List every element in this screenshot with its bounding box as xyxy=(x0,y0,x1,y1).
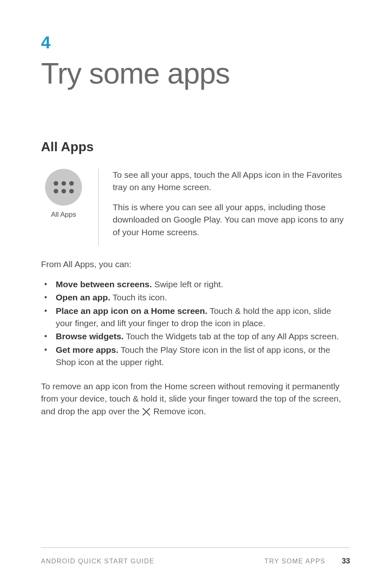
list-item: Get more apps. Touch the Play Store icon… xyxy=(41,344,350,369)
remove-paragraph: To remove an app icon from the Home scre… xyxy=(41,380,350,418)
list-item-strong: Place an app icon on a Home screen. xyxy=(56,306,207,316)
section-title: All Apps xyxy=(41,139,350,154)
intro-paragraph-1: To see all your apps, touch the All Apps… xyxy=(113,169,350,194)
bullet-list: Move between screens. Swipe left or righ… xyxy=(41,278,350,369)
list-item-text: Touch its icon. xyxy=(110,293,167,302)
list-item-strong: Open an app. xyxy=(56,293,110,302)
intro-text: To see all your apps, touch the All Apps… xyxy=(111,169,350,246)
all-apps-icon-label: All Apps xyxy=(51,211,76,219)
page-number: 33 xyxy=(342,557,350,565)
icon-intro-block: All Apps To see all your apps, touch the… xyxy=(41,169,350,246)
dot xyxy=(54,189,58,193)
footer-rule xyxy=(41,547,350,548)
list-item: Browse widgets. Touch the Widgets tab at… xyxy=(41,330,350,343)
footer-row: ANDROID QUICK START GUIDE TRY SOME APPS … xyxy=(41,557,350,565)
list-item-text: Swipe left or right. xyxy=(152,279,223,289)
dot-row xyxy=(54,189,74,193)
remove-para-after: Remove icon. xyxy=(153,406,206,416)
intro-paragraph-2: This is where you can see all your apps,… xyxy=(113,201,350,238)
footer-left: ANDROID QUICK START GUIDE xyxy=(41,558,155,565)
list-item-strong: Browse widgets. xyxy=(56,331,124,341)
body-lead: From All Apps, you can: xyxy=(41,258,350,270)
list-item-strong: Move between screens. xyxy=(56,279,152,289)
all-apps-icon-column: All Apps xyxy=(41,169,86,246)
dot xyxy=(54,181,58,186)
list-item: Open an app. Touch its icon. xyxy=(41,291,350,304)
chapter-title: Try some apps xyxy=(41,57,350,90)
list-item-text: Touch the Widgets tab at the top of any … xyxy=(124,331,339,341)
all-apps-icon xyxy=(45,169,82,206)
dot-row xyxy=(54,181,74,186)
dot xyxy=(69,189,74,193)
dot xyxy=(69,181,74,186)
list-item: Place an app icon on a Home screen. Touc… xyxy=(41,305,350,330)
chapter-number: 4 xyxy=(41,33,350,52)
remove-x-icon xyxy=(142,407,151,416)
page-footer: ANDROID QUICK START GUIDE TRY SOME APPS … xyxy=(41,547,350,565)
dot xyxy=(61,181,66,186)
footer-right: TRY SOME APPS 33 xyxy=(264,557,350,565)
dot xyxy=(61,189,66,193)
list-item: Move between screens. Swipe left or righ… xyxy=(41,278,350,291)
vertical-divider xyxy=(98,169,99,246)
footer-section: TRY SOME APPS xyxy=(264,558,325,565)
list-item-strong: Get more apps. xyxy=(56,345,118,354)
